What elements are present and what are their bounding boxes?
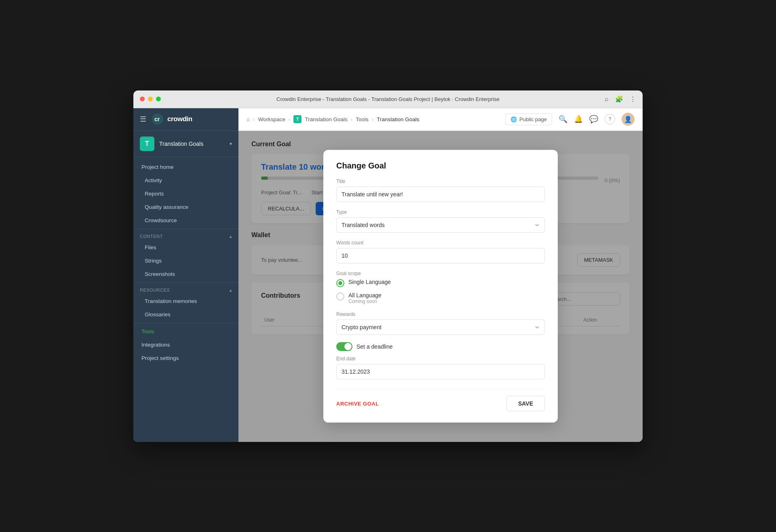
sidebar-item-tools[interactable]: Tools xyxy=(133,325,238,338)
sidebar-item-label: Reports xyxy=(145,191,164,197)
breadcrumb-project-icon: T xyxy=(293,115,302,123)
radio-all-language-btn[interactable] xyxy=(336,292,344,301)
maximize-button[interactable] xyxy=(156,97,161,101)
sidebar-item-label: Glossaries xyxy=(145,311,171,318)
end-date-input[interactable] xyxy=(336,364,545,379)
sidebar-item-label: Strings xyxy=(145,258,162,264)
radio-all-sublabel: Coming soon xyxy=(348,299,382,304)
modal-footer: ARCHIVE GOAL SAVE xyxy=(336,389,545,411)
title-field-label: Title xyxy=(336,179,545,184)
words-count-input[interactable] xyxy=(336,248,545,263)
breadcrumb-translation-goals: Translation Goals xyxy=(377,116,419,122)
titlebar: Crowdin Enterprise - Translation Goals -… xyxy=(133,90,643,108)
sidebar-section-resources[interactable]: Resources ▴ xyxy=(133,284,238,294)
logo-text: crowdin xyxy=(167,115,192,123)
radio-single-label: Single Language xyxy=(348,279,391,285)
sidebar-item-strings[interactable]: Strings xyxy=(133,254,238,267)
user-avatar[interactable]: 👤 xyxy=(622,113,635,126)
end-date-label: End date xyxy=(336,356,545,362)
section-label: Content xyxy=(140,234,163,239)
sidebar-item-label: Crowdsource xyxy=(145,217,177,223)
words-count-field-group: Words count xyxy=(336,240,545,263)
type-select[interactable]: Translated words Approved words Translat… xyxy=(336,217,545,233)
project-selector[interactable]: T Translation Goals ▾ xyxy=(133,131,238,157)
more-options-icon[interactable]: ⋮ xyxy=(630,95,636,103)
window-title: Crowdin Enterprise - Translation Goals -… xyxy=(276,96,500,102)
message-icon[interactable]: 💬 xyxy=(589,115,598,124)
sidebar-section-content[interactable]: Content ▴ xyxy=(133,231,238,241)
archive-goal-button[interactable]: ARCHIVE GOAL xyxy=(336,401,379,407)
topnav: ⌂ › Workspace › T Translation Goals › To… xyxy=(238,108,643,131)
save-button[interactable]: SAVE xyxy=(506,396,545,411)
topnav-actions: 🌐 Public page 🔍 🔔 💬 ? 👤 xyxy=(505,113,635,126)
project-avatar: T xyxy=(140,137,154,151)
help-icon[interactable]: ? xyxy=(605,114,615,124)
svg-text:cr: cr xyxy=(154,116,160,122)
type-field-group: Type Translated words Approved words Tra… xyxy=(336,209,545,233)
breadcrumb-translation-goals-project[interactable]: Translation Goals xyxy=(305,116,347,122)
sidebar-item-crowdsource[interactable]: Crowdsource xyxy=(133,214,238,227)
radio-all-language[interactable]: All Language Coming soon xyxy=(336,292,545,304)
chevron-up-icon: ▴ xyxy=(230,234,232,239)
rewards-select[interactable]: Crypto payment No reward xyxy=(336,320,545,335)
rewards-label: Rewards xyxy=(336,311,545,317)
chevron-up-icon: ▴ xyxy=(230,288,232,293)
hamburger-icon[interactable]: ☰ xyxy=(140,115,146,124)
sidebar-item-label: Screenshots xyxy=(145,271,175,277)
type-field-label: Type xyxy=(336,209,545,215)
sidebar-item-files[interactable]: Files xyxy=(133,241,238,254)
sidebar-item-integrations[interactable]: Integrations xyxy=(133,338,238,351)
change-goal-modal: Change Goal Title Type Translated words … xyxy=(323,150,558,423)
close-button[interactable] xyxy=(140,97,145,101)
sidebar-item-reports[interactable]: Reports xyxy=(133,187,238,200)
modal-title: Change Goal xyxy=(336,161,545,170)
search-icon[interactable]: 🔍 xyxy=(559,115,567,124)
breadcrumb-workspace[interactable]: Workspace xyxy=(258,116,285,122)
breadcrumb-tools[interactable]: Tools xyxy=(356,116,369,122)
sidebar-item-label: Files xyxy=(145,244,156,250)
project-name: Translation Goals xyxy=(159,141,225,147)
title-field-group: Title xyxy=(336,179,545,202)
radio-group: Single Language All Language Coming soon xyxy=(336,279,545,304)
words-count-label: Words count xyxy=(336,240,545,246)
rewards-field-group: Rewards Crypto payment No reward xyxy=(336,311,545,335)
modal-overlay[interactable]: Change Goal Title Type Translated words … xyxy=(238,131,643,442)
sidebar-item-screenshots[interactable]: Screenshots xyxy=(133,267,238,281)
extensions-icon[interactable]: 🧩 xyxy=(615,95,623,103)
sidebar-item-project-settings[interactable]: Project settings xyxy=(133,351,238,365)
globe-icon: 🌐 xyxy=(510,116,517,122)
titlebar-icons: ⌕ 🧩 ⋮ xyxy=(605,95,636,103)
minimize-button[interactable] xyxy=(148,97,153,101)
sidebar-item-label: Project home xyxy=(141,164,174,170)
search-titlebar-icon[interactable]: ⌕ xyxy=(605,95,609,103)
deadline-toggle[interactable] xyxy=(336,342,352,351)
chevron-down-icon: ▾ xyxy=(230,141,232,147)
main-content: Current Goal Translate 10 words into one… xyxy=(238,131,643,442)
deadline-toggle-row: Set a deadline xyxy=(336,342,545,351)
title-input[interactable] xyxy=(336,187,545,202)
breadcrumb: ⌂ › Workspace › T Translation Goals › To… xyxy=(247,115,505,123)
sidebar-item-label: Translation memories xyxy=(145,298,197,304)
sidebar-nav: Project home Activity Reports Quality as… xyxy=(133,157,238,368)
public-page-button[interactable]: 🌐 Public page xyxy=(505,114,552,125)
sidebar: ☰ cr crowdin T Translation Goals ▾ Proje… xyxy=(133,108,238,442)
goal-scope-group: Goal scope Single Language xyxy=(336,271,545,304)
sidebar-item-project-home[interactable]: Project home xyxy=(133,160,238,174)
end-date-group: End date xyxy=(336,356,545,379)
radio-single-language[interactable]: Single Language xyxy=(336,279,545,287)
sidebar-item-quality-assurance[interactable]: Quality assurance xyxy=(133,200,238,214)
goal-scope-label: Goal scope xyxy=(336,271,545,276)
sidebar-item-activity[interactable]: Activity xyxy=(133,174,238,187)
notification-icon[interactable]: 🔔 xyxy=(574,115,583,124)
traffic-lights[interactable] xyxy=(140,97,161,101)
sidebar-item-label: Project settings xyxy=(141,355,179,361)
radio-single-language-btn[interactable] xyxy=(336,279,344,287)
sidebar-header: ☰ cr crowdin xyxy=(133,108,238,131)
radio-all-label: All Language xyxy=(348,292,382,299)
sidebar-item-glossaries[interactable]: Glossaries xyxy=(133,308,238,321)
sidebar-item-translation-memories[interactable]: Translation memories xyxy=(133,294,238,308)
sidebar-item-label: Activity xyxy=(145,177,162,183)
sidebar-item-label: Tools xyxy=(141,328,154,334)
section-label: Resources xyxy=(140,288,170,292)
home-icon[interactable]: ⌂ xyxy=(247,116,250,122)
